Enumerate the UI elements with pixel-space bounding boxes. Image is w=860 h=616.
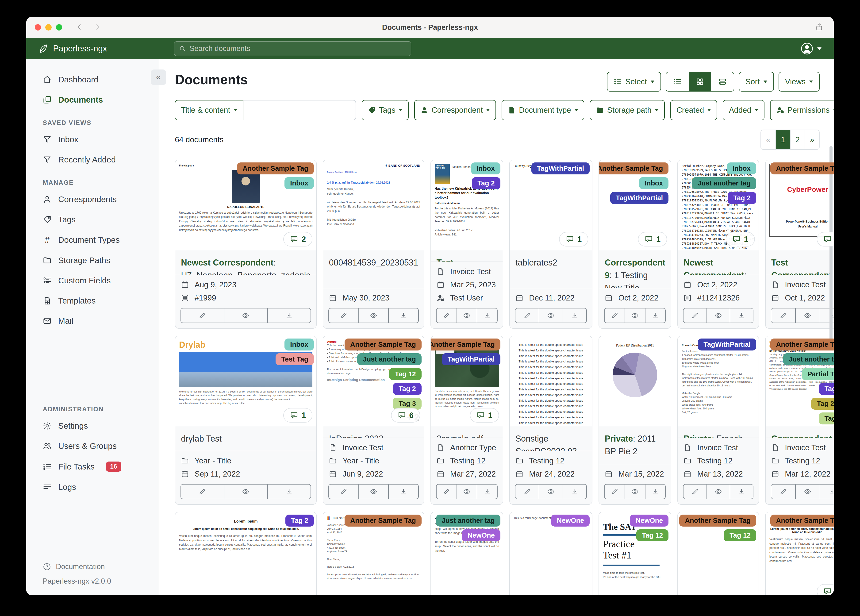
document-thumbnail[interactable]: This is a testAnother Sample TagTag 12 bbox=[678, 512, 759, 596]
view-document-button[interactable] bbox=[224, 308, 268, 323]
comment-count-badge[interactable]: 6 bbox=[391, 408, 420, 423]
download-document-button[interactable] bbox=[730, 484, 753, 499]
document-title[interactable]: Test Correspondent 1: UM_PPBE_en_v29 bbox=[766, 250, 834, 275]
tag-tag-2[interactable]: Tag 2 bbox=[472, 177, 501, 189]
tag-another-sample-tag[interactable]: Another Sample Tag bbox=[599, 162, 669, 174]
document-title[interactable]: Private: 2011 BP Pie 2 bbox=[599, 426, 671, 464]
document-title[interactable]: 0004814539_20230531 bbox=[323, 250, 424, 288]
documentation-link[interactable]: Documentation bbox=[43, 563, 158, 571]
view-document-button[interactable] bbox=[358, 484, 389, 499]
document-thumbnail[interactable]: This is a multi page document. Page 1.Ne… bbox=[510, 512, 592, 596]
app-logo[interactable]: Paperless-ngx bbox=[39, 44, 107, 53]
page-button-1[interactable]: 1 bbox=[775, 130, 790, 149]
comment-count-badge[interactable]: 1 bbox=[559, 232, 588, 247]
user-menu[interactable] bbox=[800, 42, 821, 55]
document-card[interactable]: Serial Number,Company Name,Employee Mark… bbox=[677, 160, 759, 328]
edit-document-button[interactable] bbox=[683, 484, 707, 499]
tag-newone[interactable]: NewOne bbox=[551, 515, 590, 526]
edit-document-button[interactable] bbox=[515, 308, 539, 323]
edit-document-button[interactable] bbox=[328, 484, 359, 499]
document-thumbnail[interactable]: Test NameJanuary 2, 2022 July 14, 1984 A… bbox=[323, 512, 424, 596]
document-title[interactable]: Newest Correspondent: Sample100.csv bbox=[678, 250, 759, 275]
document-title[interactable]: Correspondent 9: 1 Testing New Title Upd… bbox=[599, 250, 671, 288]
sidebar-item-settings[interactable]: Settings bbox=[26, 416, 158, 436]
download-document-button[interactable] bbox=[267, 308, 311, 323]
document-thumbnail[interactable]: CyberPowerPowerPanel® Business Edition U… bbox=[766, 160, 834, 250]
document-card[interactable]: This is a testAnother Sample TagTag 12 bbox=[677, 512, 759, 596]
tag-partial-tag[interactable]: Partial Tag bbox=[802, 368, 834, 380]
document-thumbnail[interactable]: Lorem ipsumLorem ipsum dolor sit amet, c… bbox=[175, 512, 316, 596]
search-input[interactable] bbox=[190, 44, 406, 53]
filter-tags-dropdown[interactable]: Tags bbox=[362, 100, 409, 120]
document-title[interactable]: Test Correspondent 1: [paperless] test p… bbox=[431, 250, 503, 261]
document-thumbnail[interactable]: DrylabWelcome to our first newsletter of… bbox=[175, 336, 316, 426]
download-document-button[interactable] bbox=[730, 308, 753, 323]
sidebar-item-users-groups[interactable]: Users & Groups bbox=[26, 436, 158, 456]
tag-another-sample-tag[interactable]: Another Sample Tag bbox=[431, 338, 501, 350]
view-list-button[interactable] bbox=[666, 72, 689, 91]
filter-added-dropdown[interactable]: Added bbox=[723, 100, 764, 120]
tag-test-tag[interactable]: Test Tag bbox=[276, 353, 314, 365]
download-document-button[interactable] bbox=[388, 484, 419, 499]
edit-document-button[interactable] bbox=[604, 484, 625, 499]
document-title[interactable]: Private: French Country Bread Revised.do… bbox=[678, 426, 759, 438]
comment-count-badge[interactable]: 1 bbox=[283, 408, 312, 423]
sidebar-item-mail[interactable]: Mail bbox=[26, 311, 158, 331]
edit-document-button[interactable] bbox=[180, 308, 224, 323]
view-document-button[interactable] bbox=[625, 308, 645, 323]
tag-inbox[interactable]: Inbox bbox=[639, 177, 669, 189]
tag-tag-3[interactable]: Tag 3 bbox=[819, 412, 834, 424]
tag-inbox[interactable]: Inbox bbox=[284, 177, 314, 189]
tag-tag-222[interactable]: Tag 222 bbox=[811, 398, 834, 410]
view-grid-button[interactable] bbox=[689, 72, 711, 91]
comment-count-badge[interactable]: 5 bbox=[817, 584, 834, 596]
filter-document-type-dropdown[interactable]: Document type bbox=[502, 100, 584, 120]
download-document-button[interactable] bbox=[645, 308, 666, 323]
document-title[interactable]: Sonstige ScanPC2022 03-24_081058 bbox=[510, 426, 592, 451]
filter-permissions-dropdown[interactable]: Permissions bbox=[770, 100, 834, 120]
document-card[interactable]: ✻ BANK OF SCOTLANDBank of Scotland · 108… bbox=[323, 160, 424, 328]
edit-document-button[interactable] bbox=[436, 308, 457, 323]
tag-tagwithpartial[interactable]: TagWithPartial bbox=[531, 162, 590, 174]
sidebar-item-custom-fields[interactable]: Custom Fields bbox=[26, 270, 158, 291]
document-card[interactable]: MEDICAL TEACHERMedical TeacherHas the ne… bbox=[430, 160, 503, 328]
document-thumbnail[interactable]: Contact Sheet DemoGiven a set of image f… bbox=[431, 512, 503, 596]
document-thumbnail[interactable]: Patient BP Distribution 2011 bbox=[599, 336, 671, 426]
tag-tag-2[interactable]: Tag 2 bbox=[819, 383, 834, 395]
tag-newone[interactable]: NewOne bbox=[462, 530, 501, 541]
download-document-button[interactable] bbox=[388, 308, 419, 323]
tag-another-sample-tag[interactable]: Another Sample Tag bbox=[345, 515, 422, 526]
edit-document-button[interactable] bbox=[436, 484, 457, 499]
zoom-window-button[interactable] bbox=[56, 24, 62, 30]
document-correspondent[interactable]: Private bbox=[684, 434, 712, 438]
document-correspondent[interactable]: Test Correspondent 1 bbox=[771, 258, 834, 275]
document-card[interactable]: Country,Region/State,"City","AccentCity"… bbox=[509, 160, 593, 328]
page-button-prev[interactable]: « bbox=[761, 130, 775, 149]
document-correspondent[interactable]: Correspondent 14 bbox=[771, 434, 832, 438]
document-card[interactable]: Contact Sheet DemoGiven a set of image f… bbox=[430, 512, 503, 596]
views-dropdown[interactable]: Views bbox=[778, 72, 820, 91]
share-icon[interactable] bbox=[815, 23, 823, 32]
tag-another-sample-tag[interactable]: Another Sample Tag bbox=[679, 515, 756, 526]
document-card[interactable]: Lorem ipsumLorem ipsum dolor sit amet, c… bbox=[175, 512, 317, 596]
tag-tag-2[interactable]: Tag 2 bbox=[728, 192, 756, 204]
document-title[interactable]: tablerates2 bbox=[510, 250, 592, 288]
sidebar-collapse-button[interactable]: « bbox=[151, 69, 166, 85]
view-document-button[interactable] bbox=[795, 484, 820, 499]
sidebar-item-document-types[interactable]: #Document Types bbox=[26, 229, 158, 250]
tag-tagwithpartial[interactable]: TagWithPartial bbox=[698, 338, 756, 350]
browser-back-icon[interactable] bbox=[76, 23, 83, 32]
download-document-button[interactable] bbox=[563, 484, 587, 499]
document-card[interactable]: The SATPracticeTest #1Make time to take … bbox=[598, 512, 671, 596]
edit-document-button[interactable] bbox=[771, 484, 796, 499]
edit-document-button[interactable] bbox=[604, 308, 625, 323]
document-correspondent[interactable]: Private bbox=[605, 434, 633, 443]
title-content-filter-input[interactable] bbox=[243, 100, 356, 120]
document-title[interactable]: InDesign 2022 Scripting Read Me bbox=[323, 426, 424, 438]
document-correspondent[interactable]: Test Correspondent 1 bbox=[436, 258, 497, 261]
document-thumbnail[interactable]: This is a test for the double space char… bbox=[510, 336, 592, 426]
tag-tag-12[interactable]: Tag 12 bbox=[389, 368, 422, 380]
document-thumbnail[interactable]: Country,Region/State,"City","AccentCity"… bbox=[510, 160, 592, 250]
document-correspondent[interactable]: Newest Correspondent bbox=[181, 258, 273, 267]
sidebar-item-templates[interactable]: Templates bbox=[26, 291, 158, 311]
